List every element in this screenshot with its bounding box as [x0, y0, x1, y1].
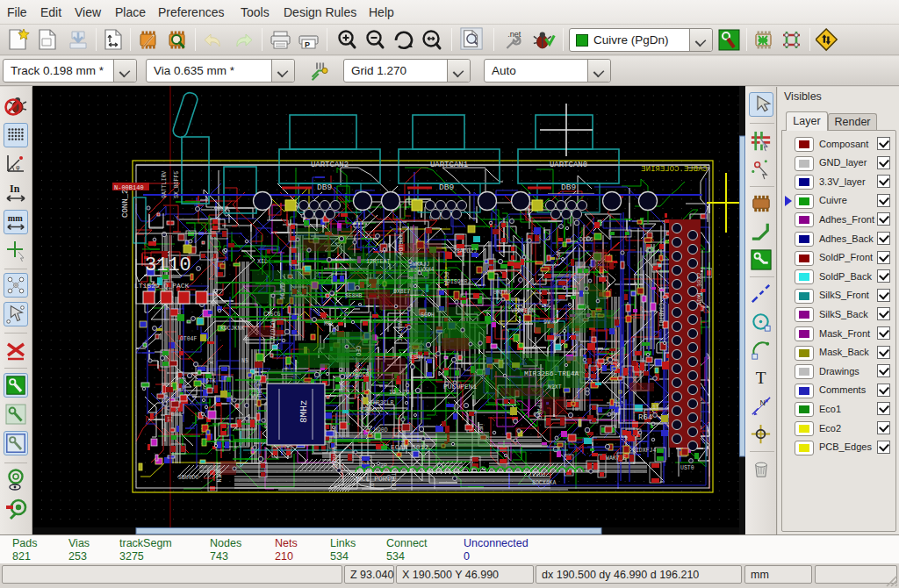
svg-text:9ATTLIRV: 9ATTLIRV [162, 171, 168, 198]
svg-text:P: P [305, 40, 310, 49]
svg-text:8IDXFJ4: 8IDXFJ4 [632, 448, 656, 454]
svg-text:VP1: VP1 [554, 250, 560, 261]
svg-text:MX2G7A: MX2G7A [269, 319, 275, 340]
svg-text:UST0: UST0 [680, 465, 694, 471]
svg-text:9X: 9X [368, 483, 374, 490]
svg-text:N5: N5 [241, 358, 248, 364]
svg-text:CT5CG: CT5CG [263, 312, 281, 318]
svg-text:UVX86CB: UVX86CB [345, 372, 369, 378]
svg-text:N2XT: N2XT [548, 384, 562, 391]
svg-text:ES44: ES44 [410, 355, 424, 361]
svg-text:DIS9MRJ: DIS9MRJ [447, 279, 471, 285]
svg-text:SGTH: SGTH [421, 312, 435, 319]
svg-text:6TK: 6TK [205, 378, 216, 384]
svg-text:T: T [756, 369, 766, 387]
svg-text:9V: 9V [543, 319, 550, 326]
svg-text:DB9: DB9 [561, 183, 576, 192]
svg-text:C3AB7O1: C3AB7O1 [658, 303, 664, 326]
svg-text:XMGUD9: XMGUD9 [397, 234, 403, 255]
svg-text:GWI9G: GWI9G [278, 283, 284, 300]
svg-text:12RTEAT: 12RTEAT [366, 259, 390, 265]
svg-text:DB9: DB9 [439, 183, 454, 192]
svg-text:CABLE.COLERINE: CABLE.COLERINE [641, 165, 708, 174]
svg-text:1VXH4: 1VXH4 [417, 267, 435, 273]
svg-text:SX_BOFF5: SX_BOFF5 [174, 171, 180, 198]
svg-text:3110: 3110 [145, 255, 191, 276]
svg-text:NHA7MC: NHA7MC [396, 321, 402, 342]
svg-text:M5L: M5L [324, 321, 334, 327]
svg-text:FIE: FIE [166, 412, 172, 423]
svg-text:7HR3CLR: 7HR3CLR [370, 400, 393, 406]
svg-text:I9__79: I9__79 [389, 390, 410, 396]
svg-text:mm: mm [8, 213, 23, 223]
svg-text:In: In [10, 183, 20, 195]
svg-text:CFO: CFO [355, 346, 361, 356]
svg-text:N-00B140: N-00B140 [114, 184, 144, 191]
svg-text:LT1529_Q_PACK: LT1529_Q_PACK [134, 282, 190, 290]
svg-text:VPOME1N: VPOME1N [511, 308, 535, 314]
svg-text:8MHz: 8MHz [298, 400, 309, 423]
svg-text:WAK7_E: WAK7_E [606, 455, 627, 462]
svg-text:6X8E7: 6X8E7 [393, 289, 411, 295]
svg-text:MIR3256-TRL4A: MIR3256-TRL4A [524, 369, 579, 377]
svg-text:1TNACO2: 1TNACO2 [359, 407, 383, 413]
svg-text:DCE6: DCE6 [579, 237, 593, 243]
svg-text:28ADD2J: 28ADD2J [453, 248, 477, 255]
svg-text:H90D: H90D [374, 427, 388, 434]
svg-text:PULUPEN1: PULUPEN1 [443, 383, 478, 391]
svg-text:UEX: UEX [477, 424, 483, 434]
svg-text:K9CJKNK: K9CJKNK [220, 326, 244, 332]
svg-text:ADML_30X2: ADML_30X2 [696, 272, 703, 305]
svg-text:SBU0DO: SBU0DO [178, 475, 199, 481]
svg-text:CONN_2: CONN_2 [121, 190, 130, 218]
svg-text:MCL_PORT1: MCL_PORT1 [357, 475, 395, 483]
svg-text:3TPAKG: 3TPAKG [536, 398, 542, 419]
svg-text:8E8HB: 8E8HB [345, 293, 363, 299]
svg-text:1T: 1T [652, 405, 659, 411]
svg-text:DB9: DB9 [317, 183, 332, 192]
svg-text:LX: LX [207, 357, 213, 364]
svg-text:WV: WV [251, 394, 258, 400]
svg-text:_OT04F: _OT04F [176, 336, 198, 342]
svg-text:XIL: XIL [257, 259, 268, 265]
svg-text:N: N [760, 398, 766, 407]
svg-text:R64: R64 [638, 413, 652, 422]
svg-text:0RTR: 0RTR [493, 290, 507, 296]
svg-text:φ: φ [16, 164, 20, 171]
